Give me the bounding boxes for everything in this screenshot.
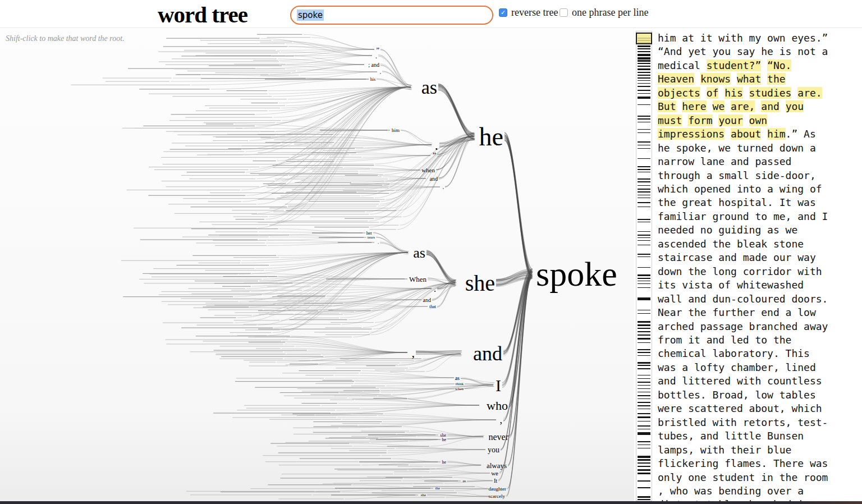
- tree-word[interactable]: he: [442, 437, 446, 442]
- tree-word[interactable]: think: [456, 382, 464, 386]
- tree-word[interactable]: you: [488, 446, 499, 454]
- tree-root-word[interactable]: spoke: [536, 255, 617, 293]
- tree-word[interactable]: she: [421, 493, 426, 497]
- highlighted-word: own: [749, 114, 768, 126]
- tree-word[interactable]: she: [465, 271, 495, 296]
- text-minimap[interactable]: [636, 31, 652, 501]
- phrase-text-line: [196, 111, 268, 111]
- phrase-text-line: [249, 301, 314, 302]
- minimap-bar: [638, 398, 650, 399]
- minimap-bar: [638, 267, 650, 268]
- tree-word[interactable]: daughter: [489, 486, 507, 492]
- tree-word[interactable]: ,: [412, 346, 415, 360]
- tree-word[interactable]: when: [455, 387, 464, 391]
- minimap-bar: [638, 57, 650, 59]
- minimap-bar: [638, 118, 650, 120]
- text-segment: which opened into a wing of: [658, 183, 822, 195]
- source-text-panel[interactable]: him at it with my own eyes.”“And yet you…: [658, 28, 862, 501]
- one-phrase-per-line-toggle[interactable]: ✓ one phrase per line: [560, 7, 648, 19]
- source-text-line: bristled with retorts, test-: [658, 416, 862, 429]
- tree-word[interactable]: he: [479, 122, 503, 151]
- tree-word[interactable]: ; and: [368, 62, 379, 68]
- phrase-text-line: [299, 360, 414, 361]
- phrase-text-line: [171, 114, 255, 114]
- tree-word[interactable]: we: [491, 470, 498, 476]
- minimap-viewport[interactable]: [636, 33, 652, 44]
- phrase-text-line: [279, 465, 360, 465]
- phrase-text-line: [289, 319, 347, 320]
- tree-word[interactable]: I: [496, 376, 501, 395]
- phrase-text-line: [312, 191, 378, 191]
- phrase-text-line: [293, 428, 338, 428]
- tree-word[interactable]: he: [442, 460, 446, 465]
- highlighted-word: are.: [797, 87, 822, 99]
- tree-canvas[interactable]: Shift-click to make that word the root. …: [0, 28, 634, 504]
- phrase-text-line: [158, 52, 280, 52]
- text-segment: [694, 73, 700, 85]
- reverse-tree-toggle[interactable]: ✓ reverse tree: [499, 7, 558, 19]
- phrase-text-line: [143, 126, 255, 126]
- tree-word[interactable]: ”: [433, 152, 436, 160]
- phrase-text-line: [287, 309, 336, 310]
- tree-word[interactable]: and: [430, 176, 438, 182]
- one-phrase-per-line-checkbox[interactable]: ✓: [560, 8, 568, 17]
- tree-word[interactable]: who: [487, 398, 508, 413]
- reverse-tree-checkbox[interactable]: ✓: [499, 8, 507, 17]
- tree-branch-curve: [505, 136, 533, 278]
- phrase-text-line: [295, 182, 351, 183]
- tree-word[interactable]: and: [473, 342, 502, 365]
- phrase-text-line: [294, 318, 339, 318]
- tree-word[interactable]: .: [375, 52, 377, 60]
- tree-word[interactable]: him: [392, 127, 400, 133]
- tree-word[interactable]: ,: [380, 69, 381, 75]
- tree-word[interactable]: the: [435, 486, 440, 491]
- tree-branch-curve: [408, 385, 493, 398]
- tree-word[interactable]: as: [413, 245, 425, 261]
- tree-word[interactable]: when: [421, 167, 435, 173]
- tree-word[interactable]: that: [429, 304, 437, 309]
- tree-branch-curve: [371, 283, 455, 335]
- phrase-text-line: [382, 491, 454, 491]
- phrase-text-line: [260, 138, 361, 138]
- word-tree-visualization[interactable]: spoke”.; and,hisashim.”whenand,hehertear…: [0, 28, 634, 504]
- tree-branch-curve: [378, 56, 412, 85]
- phrase-text-line: [361, 430, 409, 431]
- phrase-text-line: [190, 351, 283, 352]
- minimap-bar: [638, 382, 650, 383]
- phrase-text-line: [330, 400, 354, 400]
- tree-word[interactable]: ,: [443, 184, 444, 190]
- tree-word[interactable]: and: [423, 297, 431, 303]
- phrase-text-line: [184, 50, 276, 51]
- text-segment: [713, 114, 719, 126]
- source-text-line: ascended the bleak stone: [658, 237, 862, 251]
- phrase-text-line: [208, 43, 285, 44]
- tree-word[interactable]: .: [435, 137, 439, 153]
- text-segment: through a small side-door,: [658, 169, 816, 181]
- phrase-text-line: [424, 480, 458, 481]
- phrase-text-line: [269, 208, 388, 208]
- minimap-bar: [638, 321, 650, 323]
- phrase-text-line: [154, 169, 249, 170]
- phrase-text-line: [206, 305, 332, 306]
- tree-word[interactable]: When: [409, 275, 427, 283]
- tree-word[interactable]: .: [434, 284, 436, 294]
- tree-word[interactable]: as: [421, 77, 437, 98]
- text-segment: [700, 87, 707, 99]
- minimap-bar: [638, 237, 650, 238]
- tree-branch-curve: [467, 481, 493, 482]
- tree-word[interactable]: tears: [368, 235, 375, 240]
- tree-word[interactable]: ,: [500, 414, 503, 425]
- tree-word[interactable]: It: [494, 478, 497, 484]
- tree-word[interactable]: as: [455, 375, 460, 381]
- phrase-text-line: [277, 446, 352, 446]
- phrase-text-line: [297, 415, 377, 416]
- search-input[interactable]: spoke: [290, 6, 493, 25]
- tree-word[interactable]: scarcely: [489, 493, 506, 499]
- tree-branch-curve: [498, 272, 531, 480]
- phrase-text-line: [284, 396, 360, 396]
- tree-word[interactable]: his: [370, 77, 375, 82]
- phrase-text-line: [297, 388, 379, 389]
- tree-word[interactable]: as: [462, 479, 466, 483]
- tree-word[interactable]: ,: [378, 240, 379, 245]
- minimap-bar: [638, 480, 650, 482]
